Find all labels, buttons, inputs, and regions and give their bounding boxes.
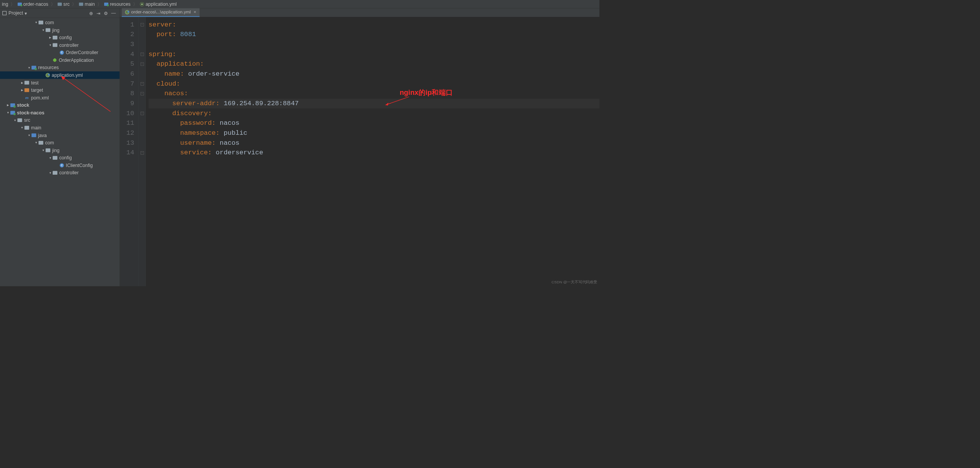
gear-icon[interactable]: ⚙ [102, 9, 110, 17]
breadcrumb-item[interactable]: application.yml [138, 2, 178, 7]
fold-marker[interactable]: − [139, 59, 146, 69]
tree-item-label: src [24, 117, 30, 123]
tree-item-config[interactable]: ▼config [0, 154, 120, 162]
breadcrumb-item[interactable]: main [77, 2, 97, 7]
project-icon [2, 11, 7, 15]
fold-marker [139, 69, 146, 79]
collapse-icon[interactable]: ⇥ [95, 9, 103, 17]
project-tool-header[interactable]: Project ▾ ⊕ ⇥ ⚙ — [0, 8, 120, 18]
fold-marker [139, 40, 146, 50]
tree-arrow-icon[interactable]: ▶ [6, 104, 10, 107]
code-line-5[interactable]: application: [149, 59, 600, 69]
code-line-10[interactable]: discovery: [149, 109, 600, 119]
tree-arrow-icon[interactable]: ▼ [20, 126, 24, 129]
tree-item-config[interactable]: ▶config [0, 34, 120, 41]
breadcrumb-item[interactable]: ing [0, 2, 10, 7]
yml-icon [140, 2, 144, 6]
close-icon[interactable]: × [194, 10, 196, 15]
tree-arrow-icon[interactable]: ▼ [34, 141, 38, 145]
tree-arrow-icon[interactable]: ▼ [27, 134, 32, 137]
tree-item-application-yml[interactable]: application.yml [0, 71, 120, 79]
fold-marker[interactable]: − [139, 148, 146, 158]
tree-item-com[interactable]: ▼com [0, 19, 120, 26]
code-line-12[interactable]: namespace: public [149, 128, 600, 138]
dir-icon [53, 171, 57, 175]
target-icon[interactable]: ⊕ [87, 9, 95, 17]
tree-item-main[interactable]: ▼main [0, 124, 120, 132]
tree-item-controller[interactable]: ▼controller [0, 169, 120, 177]
tree-arrow-icon[interactable]: ▼ [48, 43, 53, 47]
code-line-6[interactable]: name: order-service [149, 69, 600, 79]
tree-item-pom-xml[interactable]: mpom.xml [0, 94, 120, 102]
fold-marker[interactable]: − [139, 49, 146, 59]
tree-arrow-icon[interactable]: ▶ [20, 89, 24, 92]
tree-item-ordercontroller[interactable]: OrderController [0, 49, 120, 56]
tree-arrow-icon[interactable]: ▼ [27, 66, 32, 69]
code-line-3[interactable] [149, 40, 600, 50]
code-line-11[interactable]: password: nacos [149, 118, 600, 128]
tree-item-label: jing [52, 27, 60, 33]
dir-icon [25, 126, 29, 130]
tree-arrow-icon[interactable]: ▼ [34, 21, 38, 24]
tree-item-java[interactable]: ▼java [0, 132, 120, 139]
breadcrumb-item[interactable]: order-nacos [16, 2, 50, 7]
tree-arrow-icon[interactable]: ▼ [41, 28, 45, 32]
line-number: 12 [120, 128, 134, 138]
tree-item-target[interactable]: ▶target [0, 86, 120, 94]
dir-blue-icon [79, 2, 83, 6]
fold-marker [139, 138, 146, 148]
tree-item-label: target [31, 88, 43, 93]
code-editor[interactable]: 1234567891011121314 −−−−−−− nginx的ip和端口 … [120, 17, 600, 286]
editor-tabs: order-nacos\...\application.yml × [120, 8, 600, 17]
code-line-14[interactable]: service: orderservice [149, 148, 600, 158]
code-content[interactable]: nginx的ip和端口 server: port: 8081spring: ap… [146, 17, 600, 286]
code-line-9[interactable]: server-addr: 169.254.89.228:8847 [149, 99, 600, 109]
code-line-4[interactable]: spring: [149, 49, 600, 59]
tree-item-stock[interactable]: ▶stock [0, 101, 120, 109]
minimize-icon[interactable]: — [110, 9, 118, 17]
fold-bar[interactable]: −−−−−−− [139, 17, 146, 286]
code-line-8[interactable]: nacos: [149, 89, 600, 99]
tree-arrow-icon[interactable]: ▶ [48, 36, 53, 40]
code-line-13[interactable]: username: nacos [149, 138, 600, 148]
module-icon [10, 103, 15, 107]
fold-marker[interactable]: − [139, 109, 146, 119]
tree-arrow-icon[interactable]: ▼ [41, 149, 45, 152]
tree-item-com[interactable]: ▼com [0, 139, 120, 147]
editor-tab-application-yml[interactable]: order-nacos\...\application.yml × [122, 8, 199, 17]
line-number: 5 [120, 59, 134, 69]
tree-item-label: IClientConfig [66, 163, 93, 168]
code-line-1[interactable]: server: [149, 20, 600, 30]
tree-item-stock-nacos[interactable]: ▼stock-nacos [0, 109, 120, 117]
tree-item-src[interactable]: ▼src [0, 116, 120, 124]
tree-item-label: test [31, 80, 39, 85]
dir-icon [17, 118, 22, 122]
tree-arrow-icon[interactable]: ▶ [20, 81, 24, 84]
tree-arrow-icon[interactable]: ▼ [48, 156, 53, 160]
breadcrumb-item[interactable]: resources [102, 2, 132, 7]
fold-marker[interactable]: − [139, 20, 146, 30]
tree-item-resources[interactable]: ▼resources [0, 64, 120, 71]
tree-item-controller[interactable]: ▼controller [0, 41, 120, 49]
tree-arrow-icon[interactable]: ▼ [13, 119, 17, 122]
code-line-2[interactable]: port: 8081 [149, 30, 600, 40]
tree-arrow-icon[interactable]: ▼ [48, 171, 53, 175]
tree-item-orderapplication[interactable]: OrderApplication [0, 56, 120, 64]
tree-item-iclientconfig[interactable]: IClientConfig [0, 162, 120, 169]
fold-marker[interactable]: − [139, 79, 146, 89]
tree-item-jing[interactable]: ▼jing [0, 26, 120, 34]
dir-icon [38, 141, 43, 145]
tree-arrow-icon[interactable]: ▼ [6, 111, 10, 114]
breadcrumb-label: application.yml [146, 2, 177, 7]
code-line-7[interactable]: cloud: [149, 79, 600, 89]
breadcrumb-item[interactable]: src [56, 2, 71, 7]
tree-item-label: application.yml [52, 73, 83, 78]
chevron-down-icon[interactable]: ▾ [25, 10, 27, 16]
fold-marker[interactable]: − [139, 89, 146, 99]
dir-icon [46, 149, 50, 152]
tree-item-jing[interactable]: ▼jing [0, 147, 120, 154]
dir-icon [53, 43, 57, 47]
tree-item-test[interactable]: ▶test [0, 79, 120, 87]
yml2-icon [46, 73, 50, 77]
project-tree[interactable]: ▼com▼jing▶config▼controllerOrderControll… [0, 18, 120, 286]
